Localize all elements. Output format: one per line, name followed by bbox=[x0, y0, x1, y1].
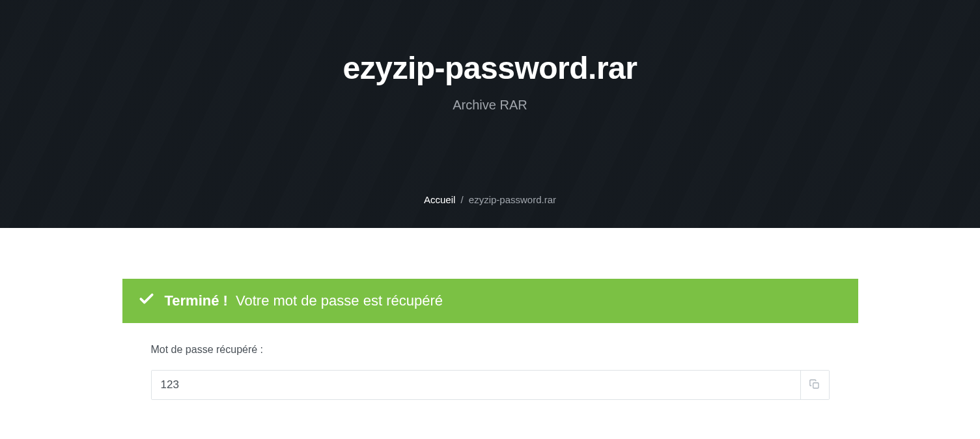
result-section: Mot de passe récupéré : bbox=[122, 323, 858, 421]
password-group bbox=[151, 370, 830, 400]
breadcrumb-separator: / bbox=[460, 194, 463, 205]
alert-bold-text: Terminé ! bbox=[165, 292, 228, 309]
password-field[interactable] bbox=[152, 371, 800, 399]
copy-icon bbox=[809, 378, 820, 392]
copy-button[interactable] bbox=[800, 371, 829, 399]
content-container: Terminé ! Votre mot de passe est récupér… bbox=[113, 279, 868, 421]
password-label: Mot de passe récupéré : bbox=[151, 344, 830, 356]
breadcrumb-home-link[interactable]: Accueil bbox=[424, 194, 455, 205]
success-alert: Terminé ! Votre mot de passe est récupér… bbox=[122, 279, 858, 323]
check-icon bbox=[138, 290, 155, 311]
svg-rect-0 bbox=[813, 382, 819, 388]
page-subtitle: Archive RAR bbox=[453, 98, 527, 113]
breadcrumb-current: ezyzip-password.rar bbox=[469, 194, 556, 205]
page-title: ezyzip-password.rar bbox=[343, 50, 637, 86]
breadcrumb: Accueil / ezyzip-password.rar bbox=[424, 194, 556, 205]
alert-text: Votre mot de passe est récupéré bbox=[236, 292, 443, 309]
hero-banner: ezyzip-password.rar Archive RAR Accueil … bbox=[0, 0, 980, 228]
